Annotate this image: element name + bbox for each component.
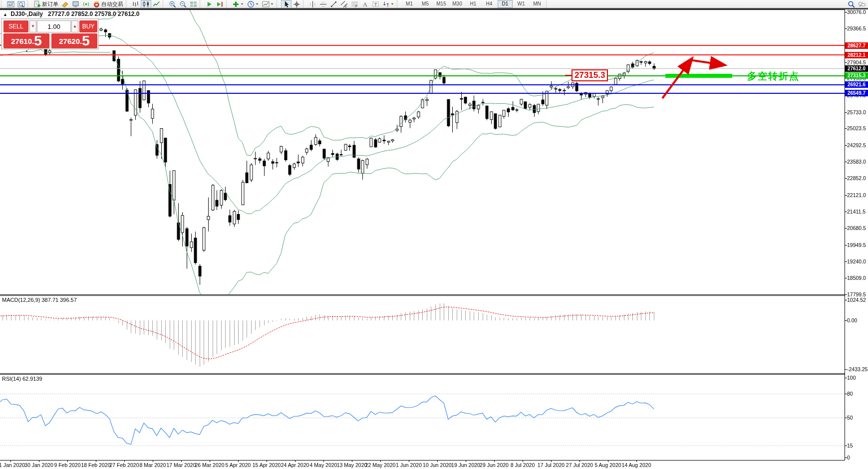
data-window-button[interactable] (16, 0, 26, 8)
autotrade-button[interactable]: 自动交易 (91, 0, 125, 8)
toolbar-separator (226, 0, 230, 7)
fibonacci-button[interactable]: F (349, 0, 360, 8)
toolbar-separator (126, 0, 129, 7)
arrows-button[interactable] (381, 0, 396, 8)
toolbar-separator (0, 8, 868, 9)
new-order-label: 新订单 (42, 0, 58, 8)
svg-text:F: F (355, 4, 357, 8)
toolbar-separator (277, 0, 280, 7)
timeframe-M5[interactable]: M5 (418, 0, 433, 8)
timeframe-M15[interactable]: M15 (434, 0, 449, 8)
terminal-button[interactable] (70, 0, 81, 8)
hline-button[interactable] (318, 0, 328, 8)
one-click-trade-panel: SELL ▼ ▲ BUY 27610.5 27620.5 (1, 18, 99, 49)
toolbar-separator (546, 0, 550, 7)
volume-increase-button[interactable]: ▲ (71, 20, 78, 32)
crosshair-button[interactable] (291, 0, 302, 8)
channel-button[interactable]: E (339, 0, 349, 8)
eraser-button[interactable] (60, 0, 70, 8)
trendline-button[interactable] (328, 0, 339, 8)
sell-price-pip: 5 (34, 34, 42, 48)
zoom-in-button[interactable] (167, 0, 178, 8)
signal-button[interactable] (81, 0, 91, 8)
search-icon[interactable] (846, 0, 857, 8)
autoscroll-button[interactable] (204, 0, 215, 8)
zoom-out-button[interactable] (178, 0, 188, 8)
timeframe-MN[interactable]: MN (530, 0, 545, 8)
toolbar-separator (1, 0, 4, 7)
volume-decrease-button[interactable]: ▼ (29, 20, 36, 32)
svg-text:E: E (345, 4, 347, 8)
toolbar-separator (163, 0, 166, 7)
buy-price-main: 27620 (59, 35, 80, 48)
mt4-window: 新订单自动交易EFATM1M5M15M30H1H4D1W1MN 30076.02… (0, 0, 868, 469)
volume-input[interactable] (37, 20, 71, 32)
autotrade-label: 自动交易 (101, 0, 123, 8)
vline-button[interactable] (307, 0, 318, 8)
toolbar-separator (27, 0, 31, 7)
candles-button[interactable] (141, 0, 151, 8)
chat-icon[interactable] (857, 0, 867, 8)
text-button[interactable]: A (360, 0, 370, 8)
toolbar-separator (397, 0, 400, 7)
label-button[interactable]: T (370, 0, 381, 8)
indicators-button[interactable] (231, 0, 246, 8)
tile-windows-button[interactable] (188, 0, 199, 8)
timeframe-H1[interactable]: H1 (466, 0, 481, 8)
timeframe-D1[interactable]: D1 (498, 0, 513, 8)
periods-button[interactable] (246, 0, 261, 8)
toolbar: 新订单自动交易EFATM1M5M15M30H1H4D1W1MN (0, 0, 868, 8)
chevron-down-icon[interactable] (255, 0, 259, 7)
svg-text:T: T (374, 1, 377, 7)
new-order-button[interactable]: 新订单 (32, 0, 60, 8)
chevron-down-icon[interactable] (270, 0, 274, 7)
templates-button[interactable] (261, 0, 276, 8)
svg-text:A: A (363, 1, 367, 7)
cursor-button[interactable] (281, 0, 291, 8)
trend-arrows (0, 0, 868, 469)
timeframe-M30[interactable]: M30 (450, 0, 465, 8)
toolbar-right (846, 0, 867, 8)
sell-price-button[interactable]: 27610.5 (3, 33, 49, 48)
timeframe-W1[interactable]: W1 (514, 0, 529, 8)
buy-price-button[interactable]: 27620.5 (51, 33, 97, 48)
timeframe-H4[interactable]: H4 (482, 0, 497, 8)
sell-button[interactable]: SELL (3, 20, 28, 32)
buy-price-pip: 5 (82, 34, 90, 48)
chevron-down-icon[interactable] (240, 0, 244, 7)
buy-button[interactable]: BUY (79, 20, 97, 32)
sell-price-main: 27610 (11, 35, 32, 48)
toolbar-separator (303, 0, 306, 7)
linechart-button[interactable] (151, 0, 162, 8)
timeframe-M1[interactable]: M1 (402, 0, 417, 8)
shift-end-button[interactable] (215, 0, 225, 8)
panel-collapse-icon[interactable]: ▼ (25, 49, 28, 53)
toolbar-separator (200, 0, 203, 7)
bars-button[interactable] (130, 0, 141, 8)
chevron-down-icon[interactable] (390, 0, 394, 7)
chart-window-button[interactable] (5, 0, 16, 8)
